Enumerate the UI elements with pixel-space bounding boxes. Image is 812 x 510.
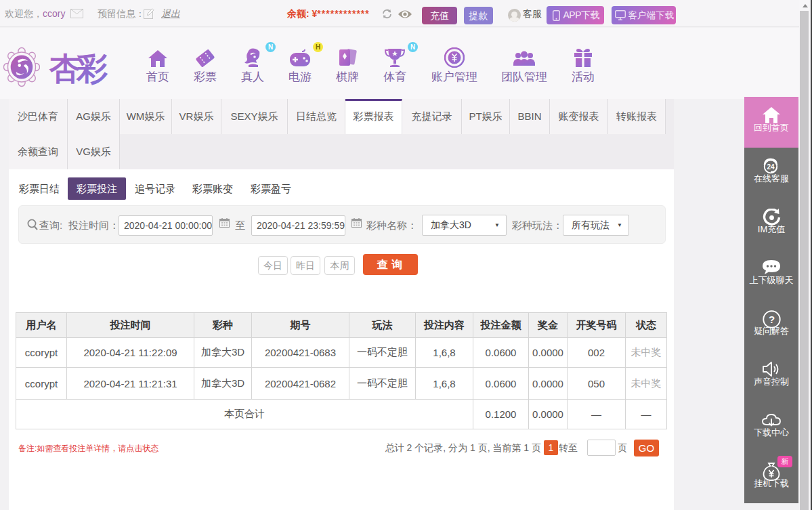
svg-text:24: 24 — [767, 163, 775, 171]
svg-text:杏彩: 杏彩 — [49, 51, 108, 86]
svg-text:?: ? — [768, 314, 774, 325]
